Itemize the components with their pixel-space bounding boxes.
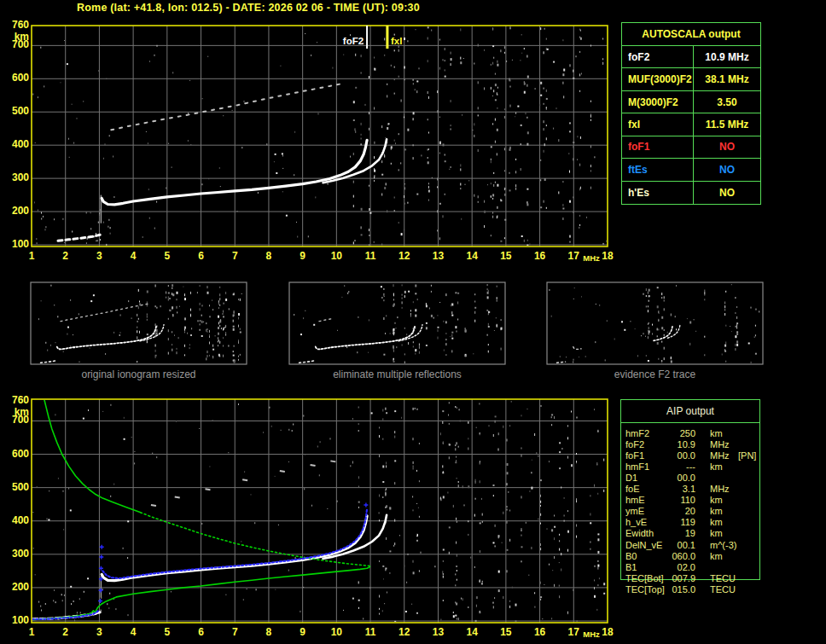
autoscala-param-value: 38.1 MHz bbox=[694, 68, 760, 90]
autoscala-param-value: NO bbox=[694, 182, 760, 204]
y-tick-label: 300 bbox=[2, 172, 29, 183]
autoscala-table-title: AUTOSCALA output bbox=[622, 23, 760, 46]
aip-unit: km bbox=[710, 551, 723, 562]
x-tick-label: 4 bbox=[122, 626, 144, 638]
aip-value: --- bbox=[646, 461, 695, 473]
aip-value: 19 bbox=[646, 528, 695, 539]
aip-unit: TECU bbox=[710, 573, 736, 584]
x-tick-label: 14 bbox=[461, 626, 483, 638]
aip-value: 060.0 bbox=[646, 551, 695, 562]
autoscala-app-window: Rome (lat: +41.8, lon: 012.5) - DATE: 20… bbox=[0, 0, 826, 644]
aip-table-row: foF210.9MHz bbox=[620, 439, 772, 450]
aip-unit: km bbox=[710, 517, 723, 528]
marker-label-foF2: foF2 bbox=[343, 36, 364, 46]
aip-table-row: B102.0 bbox=[620, 562, 772, 573]
aip-table-row: Ewidth19km bbox=[620, 528, 772, 539]
aip-table-row: DelN_vE00.1m^(-3) bbox=[620, 540, 772, 551]
x-tick-label: 11 bbox=[359, 626, 381, 638]
aip-unit: km bbox=[710, 428, 723, 439]
aip-table-row: ymE20km bbox=[620, 506, 772, 517]
x-tick-label: 1 bbox=[20, 626, 43, 638]
x-tick-label: 7 bbox=[224, 626, 246, 638]
aip-table-row: hmF1---km bbox=[620, 461, 772, 473]
thumbnail-caption-3: evidence F2 trace bbox=[547, 368, 763, 380]
x-tick-label: 12 bbox=[393, 626, 416, 638]
aip-table-row: TEC[Bot]007.9TECU bbox=[620, 573, 772, 584]
x-tick-label: 16 bbox=[529, 250, 551, 262]
thumbnail-2 bbox=[294, 284, 502, 363]
autoscala-param-label: M(3000)F2 bbox=[622, 91, 694, 113]
aip-unit: TECU bbox=[710, 584, 736, 595]
aip-unit: km bbox=[710, 506, 723, 517]
aip-table-row: D100.0 bbox=[620, 473, 772, 484]
aip-value: 250 bbox=[646, 428, 695, 439]
autoscala-param-label: ftEs bbox=[622, 159, 694, 181]
y-tick-label: 500 bbox=[2, 106, 29, 117]
aip-table-row: foE3.1MHz bbox=[620, 484, 772, 495]
autoscala-param-label: MUF(3000)F2 bbox=[622, 68, 694, 90]
aip-param: hmE bbox=[625, 495, 645, 506]
aip-param: h_vE bbox=[625, 517, 647, 528]
aip-param: ymE bbox=[625, 506, 644, 517]
y-tick-label: 100 bbox=[2, 239, 29, 250]
x-tick-label: 17 bbox=[562, 250, 585, 262]
aip-param: B1 bbox=[625, 562, 637, 573]
y-tick-label: 500 bbox=[2, 482, 29, 493]
aip-value: 015.0 bbox=[646, 584, 695, 595]
aip-table-row: hmF2250km bbox=[620, 428, 772, 439]
aip-param: foE bbox=[625, 484, 640, 495]
y-tick-label: 300 bbox=[2, 548, 29, 560]
aip-param: D1 bbox=[625, 473, 637, 484]
x-tick-label: 16 bbox=[529, 626, 551, 638]
x-tick-label: 13 bbox=[427, 626, 449, 638]
aip-unit: MHz bbox=[710, 439, 730, 450]
y-tick-label: 200 bbox=[2, 582, 29, 593]
aip-table-row: foF100.0MHz[PN] bbox=[620, 450, 772, 461]
x-tick-label: 15 bbox=[495, 250, 517, 262]
x-axis-unit: MHz bbox=[583, 629, 600, 639]
y-tick-label: 100 bbox=[2, 615, 29, 626]
y-tick-label: 200 bbox=[2, 206, 29, 217]
autoscala-param-label: foF1 bbox=[622, 136, 694, 159]
thumbnail-caption-1: original ionogram resized bbox=[31, 368, 247, 380]
y-tick-label: 600 bbox=[2, 73, 29, 84]
marker-label-fxI: fxI bbox=[391, 36, 402, 46]
x-tick-label: 8 bbox=[258, 250, 280, 262]
autoscala-output-table: AUTOSCALA output foF210.9 MHzMUF(3000)F2… bbox=[621, 22, 761, 205]
y-tick-label: 700 bbox=[2, 39, 29, 50]
y-tick-label: 600 bbox=[2, 449, 29, 460]
autoscala-param-value: NO bbox=[694, 136, 760, 159]
x-tick-label: 2 bbox=[55, 626, 77, 638]
x-tick-label: 15 bbox=[495, 626, 517, 638]
autoscala-param-value: 3.50 bbox=[694, 91, 760, 113]
aip-value: 02.0 bbox=[646, 562, 695, 573]
aip-value: 00.0 bbox=[646, 450, 695, 461]
aip-table-title: AIP output bbox=[621, 400, 759, 423]
aip-value: 10.9 bbox=[646, 439, 695, 450]
autoscala-param-label: fxI bbox=[622, 113, 694, 136]
autoscala-param-label: h'Es bbox=[622, 182, 694, 204]
x-tick-label: 14 bbox=[461, 250, 483, 262]
x-tick-label: 4 bbox=[122, 250, 144, 262]
aip-unit: m^(-3) bbox=[710, 540, 736, 551]
x-tick-label: 7 bbox=[224, 250, 246, 262]
y-tick-label: 760 bbox=[2, 395, 29, 406]
aip-value: 007.9 bbox=[646, 573, 695, 584]
y-tick-label: 400 bbox=[2, 139, 29, 150]
autoscala-param-label: foF2 bbox=[622, 46, 694, 68]
aip-value: 00.1 bbox=[646, 540, 695, 551]
x-tick-label: 10 bbox=[325, 626, 347, 638]
x-tick-label: 5 bbox=[156, 626, 178, 638]
y-tick-label: 760 bbox=[2, 20, 29, 31]
y-tick-label: 400 bbox=[2, 515, 29, 526]
thumbnail-caption-2: eliminate multiple reflections bbox=[289, 368, 505, 380]
autoscala-param-value: 10.9 MHz bbox=[694, 46, 760, 68]
aip-table-row: h_vE119km bbox=[620, 517, 772, 528]
x-axis-unit: MHz bbox=[583, 253, 600, 263]
aip-value: 119 bbox=[646, 517, 695, 528]
x-tick-label: 11 bbox=[359, 250, 381, 262]
y-tick-label: 700 bbox=[2, 415, 29, 426]
x-tick-label: 6 bbox=[190, 250, 212, 262]
aip-table-row: B0060.0km bbox=[620, 551, 772, 562]
x-tick-label: 6 bbox=[190, 626, 212, 638]
